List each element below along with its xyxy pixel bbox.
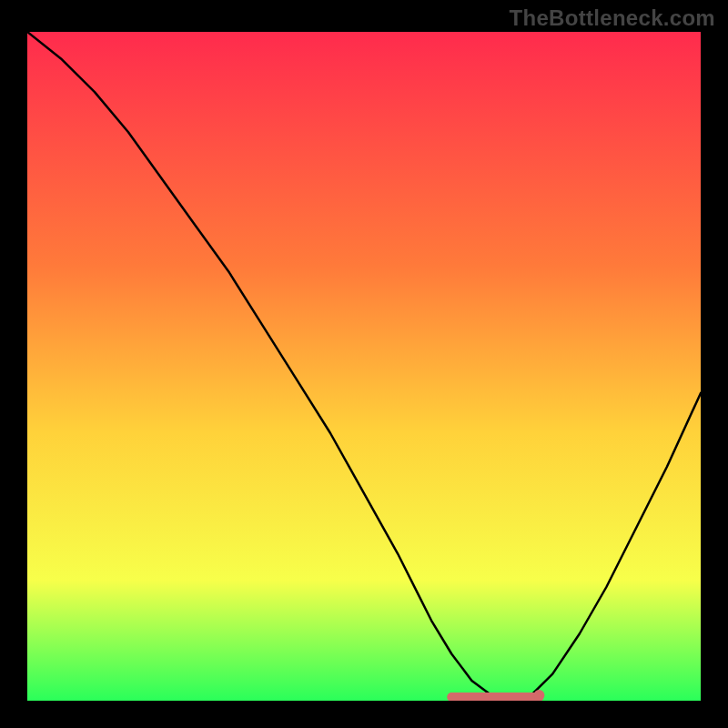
chart-stage: TheBottleneck.com bbox=[0, 0, 728, 728]
watermark-text: TheBottleneck.com bbox=[510, 5, 715, 31]
optimal-marker-dot bbox=[533, 690, 544, 701]
chart-svg bbox=[0, 0, 728, 728]
